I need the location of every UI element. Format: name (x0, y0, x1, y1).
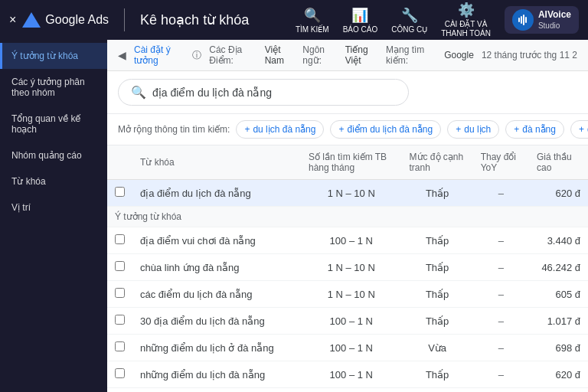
sidebar-item-ad-groups[interactable]: Nhóm quảng cáo (0, 142, 107, 168)
search-icon: 🔍 (131, 85, 146, 100)
header-checkbox (107, 145, 132, 180)
sidebar-item-keywords[interactable]: Từ khóa (0, 168, 107, 194)
settings-icon: ⚙️ (458, 2, 475, 18)
table-row-0: địa điểm vui chơi đà nẵng 100 – 1 N Thấp… (107, 227, 588, 254)
sidebar: Ý tưởng từ khóa Các ý tưởng phân theo nh… (0, 40, 107, 392)
aivoice-badge: AIVoice Studio (505, 6, 579, 34)
table-row-5: những điểm du lịch đà nẵng 100 – 1 N Thấ… (107, 361, 588, 388)
checkbox-main[interactable] (107, 180, 132, 207)
topbar-divider (124, 8, 125, 31)
header-competition: Mức độ cạnh tranh (402, 145, 473, 180)
top-bar-left: × Google Ads Kê hoạch từ khóa (9, 8, 249, 31)
main-bid: 620 đ (529, 180, 588, 207)
location-label: Các Địa Điểm: (209, 44, 256, 66)
checkbox-4[interactable] (107, 335, 132, 361)
main-content: ◀ Cài đặt ý tưởng ⓘ Các Địa Điểm: Việt N… (107, 40, 588, 392)
yoy-3: – (473, 308, 529, 335)
expand-tag-4[interactable]: + địa điểm du lị... (570, 120, 588, 139)
plus-icon-2: + (456, 124, 461, 135)
aivoice-logo-icon (512, 9, 534, 31)
tag-label-1: điểm du lịch đà nẵng (347, 124, 433, 135)
language-value: Tiếng Việt (345, 44, 378, 66)
expand-tag-1[interactable]: + điểm du lịch đà nẵng (330, 120, 441, 139)
table-header-row: Từ khóa Số lần tìm kiếm TB hàng tháng Mứ… (107, 145, 588, 180)
svg-rect-1 (521, 16, 522, 24)
top-bar-right: 🔍 TÌM KIẾM 📊 BÁO CÁO 🔧 CÔNG CỤ ⚙️ CÀI ĐẶ… (296, 2, 579, 38)
group-label: Ý tưởng từ khóa (107, 207, 588, 227)
sidebar-item-overview[interactable]: Tổng quan về kế hoạch (0, 106, 107, 142)
expand-row: Mở rộng thông tin tìm kiếm: + du lịch đà… (107, 114, 588, 145)
competition-2: Thấp (402, 281, 473, 308)
competition-0: Thấp (402, 227, 473, 254)
bid-4: 698 đ (529, 335, 588, 361)
plus-icon-0: + (244, 124, 250, 135)
table-row-1: chùa linh ứng đà nẵng 1 N – 10 N Thấp – … (107, 254, 588, 281)
yoy-2: – (473, 281, 529, 308)
checkbox-0[interactable] (107, 227, 132, 254)
bid-1: 46.242 đ (529, 254, 588, 281)
network-value: Google (444, 50, 474, 60)
language-label: Ngôn ngữ: (302, 44, 337, 66)
checkbox-1[interactable] (107, 254, 132, 281)
plus-icon-1: + (338, 124, 344, 135)
content-area: Ý tưởng từ khóa Các ý tưởng phân theo nh… (0, 40, 588, 392)
nav-report[interactable]: 📊 BÁO CÁO (343, 7, 378, 34)
nav-settings[interactable]: ⚙️ CÀI ĐẶT VÀTHANH TOÁN (441, 2, 491, 38)
header-keyword: Từ khóa (132, 145, 301, 180)
main-yoy: – (473, 180, 529, 207)
svg-rect-2 (523, 15, 524, 25)
expand-tag-2[interactable]: + du lịch (447, 120, 499, 139)
header-bid: Giá thầu cao (529, 145, 588, 180)
main-keyword-text: địa điểm du lịch đà nẵng (132, 180, 301, 207)
google-ads-triangle-icon (22, 12, 41, 28)
keyword-1: chùa linh ứng đà nẵng (132, 254, 301, 281)
tag-label-0: du lịch đà nẵng (253, 124, 315, 135)
plus-icon-4: + (579, 124, 584, 135)
settings-bar: ◀ Cài đặt ý tưởng ⓘ Các Địa Điểm: Việt N… (107, 40, 588, 71)
collapse-button[interactable]: ◀ (118, 49, 126, 61)
checkbox-2[interactable] (107, 281, 132, 308)
close-icon[interactable]: × (9, 13, 16, 27)
info-icon: ⓘ (192, 49, 201, 62)
volume-4: 100 – 1 N (301, 335, 402, 361)
google-ads-logo: Google Ads (22, 12, 109, 28)
competition-5: Thấp (402, 361, 473, 388)
nav-tools[interactable]: 🔧 CÔNG CỤ (391, 7, 427, 34)
checkbox-3[interactable] (107, 308, 132, 335)
top-bar: × Google Ads Kê hoạch từ khóa 🔍 TÌM KIẾM… (0, 0, 588, 40)
svg-rect-3 (525, 17, 527, 23)
nav-search-label: TÌM KIẾM (296, 25, 329, 34)
google-ads-label: Google Ads (45, 13, 109, 27)
svg-rect-0 (518, 18, 520, 22)
bid-3: 1.017 đ (529, 308, 588, 335)
header-volume: Số lần tìm kiếm TB hàng tháng (301, 145, 402, 180)
table-group-label-row: Ý tưởng từ khóa (107, 207, 588, 227)
competition-3: Thấp (402, 308, 473, 335)
settings-link[interactable]: Cài đặt ý tưởng (134, 44, 185, 66)
nav-search[interactable]: 🔍 TÌM KIẾM (296, 7, 329, 34)
bid-5: 620 đ (529, 361, 588, 388)
search-input-wrapper[interactable]: 🔍 (118, 79, 409, 106)
nav-tools-label: CÔNG CỤ (391, 25, 427, 34)
expand-tag-0[interactable]: + du lịch đà nẵng (236, 120, 324, 139)
page-title: Kê hoạch từ khóa (140, 11, 249, 28)
report-icon: 📊 (351, 7, 368, 24)
main-competition: Thấp (402, 180, 473, 207)
sidebar-item-location[interactable]: Vị trí (0, 194, 107, 220)
table-row-4: những điểm du lịch ở đà nẵng 100 – 1 N V… (107, 335, 588, 361)
volume-3: 100 – 1 N (301, 308, 402, 335)
sidebar-item-keyword-ideas[interactable]: Ý tưởng từ khóa (0, 43, 107, 69)
competition-4: Vừa (402, 335, 473, 361)
search-bar: 🔍 (107, 71, 588, 114)
sidebar-item-group-ideas[interactable]: Các ý tưởng phân theo nhóm (0, 69, 107, 106)
aivoice-text: AIVoice Studio (538, 9, 571, 31)
table-wrapper: Từ khóa Số lần tìm kiếm TB hàng tháng Mứ… (107, 145, 588, 392)
expand-tag-3[interactable]: + đà nẵng (505, 120, 564, 139)
network-label: Mạng tìm kiếm: (386, 44, 436, 66)
keyword-table: Từ khóa Số lần tìm kiếm TB hàng tháng Mứ… (107, 145, 588, 388)
volume-0: 100 – 1 N (301, 227, 402, 254)
expand-label: Mở rộng thông tin tìm kiếm: (118, 124, 230, 135)
search-input[interactable] (152, 87, 396, 99)
checkbox-5[interactable] (107, 361, 132, 388)
main-volume: 1 N – 10 N (301, 180, 402, 207)
